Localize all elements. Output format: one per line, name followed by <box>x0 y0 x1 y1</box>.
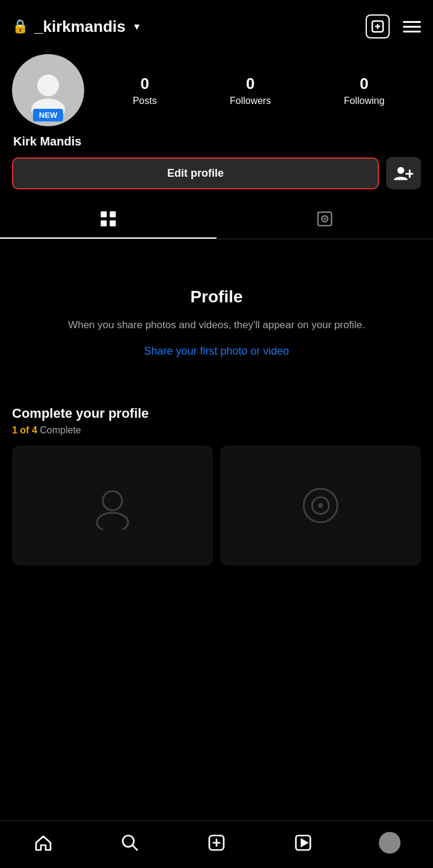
stat-followers[interactable]: 0 Followers <box>230 75 271 106</box>
svg-rect-10 <box>101 221 107 227</box>
nav-reels[interactable] <box>285 830 321 856</box>
svg-point-5 <box>398 167 404 174</box>
svg-point-19 <box>318 503 323 508</box>
complete-profile-cards <box>12 445 421 566</box>
tab-tagged[interactable] <box>216 199 433 239</box>
nav-add[interactable] <box>198 830 235 856</box>
complete-profile-subtitle: 1 of 4 Complete <box>12 425 421 436</box>
stats-row: 0 Posts 0 Followers 0 Following <box>96 75 421 106</box>
posts-label: Posts <box>133 96 157 106</box>
stat-posts[interactable]: 0 Posts <box>133 75 157 106</box>
nav-avatar <box>379 832 401 854</box>
header-left: 🔒 _kirkmandis ▾ <box>12 17 140 36</box>
svg-rect-11 <box>110 221 116 227</box>
profile-section: NEW 0 Posts 0 Followers 0 Following Kirk… <box>0 48 433 195</box>
chevron-down-icon[interactable]: ▾ <box>134 20 140 33</box>
edit-profile-row: Edit profile <box>12 157 421 195</box>
profile-card-photo[interactable] <box>12 445 213 566</box>
lock-icon: 🔒 <box>12 19 28 34</box>
menu-icon[interactable] <box>403 21 421 32</box>
profile-name: Kirk Mandis <box>12 135 421 148</box>
posts-count: 0 <box>140 75 149 93</box>
new-post-icon[interactable] <box>366 14 390 38</box>
profile-empty-description: When you share photos and videos, they'l… <box>68 317 365 333</box>
svg-rect-8 <box>101 212 107 218</box>
stat-following[interactable]: 0 Following <box>344 75 385 106</box>
username[interactable]: _kirkmandis <box>34 17 126 36</box>
add-person-button[interactable] <box>386 157 421 189</box>
progress-highlight: 1 of 4 <box>12 425 37 435</box>
followers-count: 0 <box>246 75 254 93</box>
share-first-photo-link[interactable]: Share your first photo or video <box>144 345 289 358</box>
svg-point-16 <box>97 513 128 530</box>
header: 🔒 _kirkmandis ▾ <box>0 0 433 48</box>
svg-point-3 <box>37 75 59 96</box>
nav-search[interactable] <box>112 830 148 856</box>
following-count: 0 <box>360 75 368 93</box>
header-right <box>366 14 421 38</box>
bottom-nav <box>0 821 433 868</box>
profile-empty-title: Profile <box>190 287 242 307</box>
nav-profile[interactable] <box>372 830 408 856</box>
profile-empty-section: Profile When you share photos and videos… <box>0 239 433 394</box>
complete-profile-title: Complete your profile <box>12 406 421 421</box>
tab-grid[interactable] <box>0 199 216 239</box>
svg-point-14 <box>324 218 326 220</box>
following-label: Following <box>344 96 385 106</box>
followers-label: Followers <box>230 96 271 106</box>
edit-profile-button[interactable]: Edit profile <box>12 157 379 189</box>
progress-normal: Complete <box>37 425 81 435</box>
svg-marker-26 <box>301 840 307 846</box>
svg-line-21 <box>133 846 137 850</box>
avatar-container[interactable]: NEW <box>12 54 84 126</box>
nav-home[interactable] <box>25 830 61 856</box>
profile-top: NEW 0 Posts 0 Followers 0 Following <box>12 54 421 126</box>
complete-profile-section: Complete your profile 1 of 4 Complete <box>0 394 433 566</box>
svg-rect-9 <box>110 212 116 218</box>
new-badge: NEW <box>33 109 63 121</box>
svg-point-15 <box>103 491 122 510</box>
profile-card-bio[interactable] <box>220 445 421 566</box>
tabs-row <box>0 199 433 239</box>
